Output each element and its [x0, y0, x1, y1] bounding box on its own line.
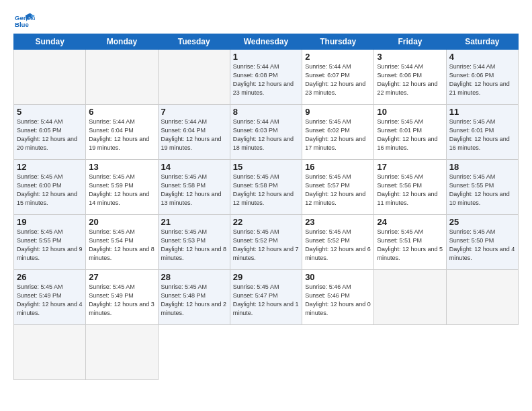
day-number: 19	[17, 217, 83, 227]
calendar-day	[14, 325, 86, 380]
day-number: 9	[305, 107, 371, 117]
calendar-day: 20Sunrise: 5:45 AM Sunset: 5:54 PM Dayli…	[86, 215, 158, 270]
day-number: 28	[161, 272, 227, 282]
page: General Blue SundayMondayTuesdayWednesda…	[0, 0, 532, 411]
day-number: 18	[449, 162, 515, 172]
calendar-day: 2Sunrise: 5:44 AM Sunset: 6:07 PM Daylig…	[302, 50, 374, 105]
calendar-day: 22Sunrise: 5:45 AM Sunset: 5:52 PM Dayli…	[230, 215, 302, 270]
day-info: Sunrise: 5:45 AM Sunset: 5:59 PM Dayligh…	[89, 173, 154, 208]
day-info: Sunrise: 5:44 AM Sunset: 6:08 PM Dayligh…	[233, 62, 299, 97]
calendar-day: 27Sunrise: 5:45 AM Sunset: 5:49 PM Dayli…	[86, 270, 158, 325]
weekday-header-row: SundayMondayTuesdayWednesdayThursdayFrid…	[14, 34, 519, 50]
logo: General Blue	[13, 11, 35, 30]
day-number: 24	[377, 217, 443, 227]
day-info: Sunrise: 5:44 AM Sunset: 6:06 PM Dayligh…	[449, 62, 515, 97]
day-number: 29	[233, 272, 299, 282]
day-info: Sunrise: 5:45 AM Sunset: 5:49 PM Dayligh…	[89, 283, 154, 318]
day-number: 22	[233, 217, 299, 227]
day-number: 4	[449, 52, 515, 62]
calendar-day: 11Sunrise: 5:45 AM Sunset: 6:01 PM Dayli…	[446, 105, 518, 160]
day-info: Sunrise: 5:45 AM Sunset: 5:55 PM Dayligh…	[449, 173, 515, 208]
calendar-day: 30Sunrise: 5:46 AM Sunset: 5:46 PM Dayli…	[302, 270, 374, 325]
day-info: Sunrise: 5:45 AM Sunset: 6:01 PM Dayligh…	[449, 118, 515, 152]
day-number: 2	[305, 52, 371, 62]
day-info: Sunrise: 5:44 AM Sunset: 6:07 PM Dayligh…	[305, 62, 371, 97]
day-number: 12	[17, 162, 83, 172]
day-info: Sunrise: 5:44 AM Sunset: 6:04 PM Dayligh…	[161, 118, 227, 152]
day-info: Sunrise: 5:45 AM Sunset: 5:56 PM Dayligh…	[377, 173, 443, 208]
calendar-day	[86, 50, 158, 105]
calendar-day: 26Sunrise: 5:45 AM Sunset: 5:49 PM Dayli…	[14, 270, 86, 325]
day-info: Sunrise: 5:45 AM Sunset: 5:57 PM Dayligh…	[305, 173, 371, 208]
calendar-day: 14Sunrise: 5:45 AM Sunset: 5:58 PM Dayli…	[158, 160, 230, 215]
day-info: Sunrise: 5:44 AM Sunset: 6:06 PM Dayligh…	[377, 62, 443, 97]
day-info: Sunrise: 5:46 AM Sunset: 5:46 PM Dayligh…	[305, 283, 371, 318]
day-number: 5	[17, 107, 83, 117]
day-number: 15	[233, 162, 299, 172]
day-number: 17	[377, 162, 443, 172]
day-number: 20	[89, 217, 154, 227]
calendar-day: 12Sunrise: 5:45 AM Sunset: 6:00 PM Dayli…	[14, 160, 86, 215]
day-number: 1	[233, 52, 299, 62]
calendar-week-row: 5Sunrise: 5:44 AM Sunset: 6:05 PM Daylig…	[14, 105, 519, 160]
day-info: Sunrise: 5:44 AM Sunset: 6:03 PM Dayligh…	[233, 118, 299, 152]
header: General Blue	[13, 11, 519, 30]
weekday-header-wednesday: Wednesday	[230, 34, 302, 50]
day-number: 3	[377, 52, 443, 62]
calendar-day: 4Sunrise: 5:44 AM Sunset: 6:06 PM Daylig…	[446, 50, 518, 105]
day-info: Sunrise: 5:45 AM Sunset: 5:49 PM Dayligh…	[17, 283, 83, 318]
day-info: Sunrise: 5:45 AM Sunset: 5:47 PM Dayligh…	[233, 283, 299, 318]
calendar-day: 19Sunrise: 5:45 AM Sunset: 5:55 PM Dayli…	[14, 215, 86, 270]
weekday-header-friday: Friday	[374, 34, 446, 50]
calendar-day	[446, 270, 518, 325]
day-info: Sunrise: 5:45 AM Sunset: 5:53 PM Dayligh…	[161, 228, 227, 263]
day-info: Sunrise: 5:45 AM Sunset: 5:51 PM Dayligh…	[377, 228, 443, 263]
calendar-day: 17Sunrise: 5:45 AM Sunset: 5:56 PM Dayli…	[374, 160, 446, 215]
calendar-day: 3Sunrise: 5:44 AM Sunset: 6:06 PM Daylig…	[374, 50, 446, 105]
calendar-day: 24Sunrise: 5:45 AM Sunset: 5:51 PM Dayli…	[374, 215, 446, 270]
day-number: 21	[161, 217, 227, 227]
calendar-day: 8Sunrise: 5:44 AM Sunset: 6:03 PM Daylig…	[230, 105, 302, 160]
calendar-day	[14, 50, 86, 105]
svg-text:Blue: Blue	[15, 21, 29, 28]
day-info: Sunrise: 5:45 AM Sunset: 5:50 PM Dayligh…	[449, 228, 515, 263]
day-number: 10	[377, 107, 443, 117]
calendar-day: 9Sunrise: 5:45 AM Sunset: 6:02 PM Daylig…	[302, 105, 374, 160]
calendar-day: 21Sunrise: 5:45 AM Sunset: 5:53 PM Dayli…	[158, 215, 230, 270]
day-number: 11	[449, 107, 515, 117]
day-number: 26	[17, 272, 83, 282]
weekday-header-thursday: Thursday	[302, 34, 374, 50]
day-number: 6	[89, 107, 154, 117]
calendar-day: 13Sunrise: 5:45 AM Sunset: 5:59 PM Dayli…	[86, 160, 158, 215]
calendar-week-row: 1Sunrise: 5:44 AM Sunset: 6:08 PM Daylig…	[14, 50, 519, 105]
calendar-day: 5Sunrise: 5:44 AM Sunset: 6:05 PM Daylig…	[14, 105, 86, 160]
weekday-header-saturday: Saturday	[446, 34, 518, 50]
logo-icon: General Blue	[13, 11, 35, 30]
day-number: 13	[89, 162, 154, 172]
day-number: 23	[305, 217, 371, 227]
day-number: 27	[89, 272, 154, 282]
day-info: Sunrise: 5:44 AM Sunset: 6:04 PM Dayligh…	[89, 118, 154, 152]
calendar-day: 15Sunrise: 5:45 AM Sunset: 5:58 PM Dayli…	[230, 160, 302, 215]
calendar-day: 10Sunrise: 5:45 AM Sunset: 6:01 PM Dayli…	[374, 105, 446, 160]
calendar-table: SundayMondayTuesdayWednesdayThursdayFrid…	[13, 34, 519, 380]
weekday-header-tuesday: Tuesday	[158, 34, 230, 50]
calendar-day	[86, 325, 158, 380]
day-info: Sunrise: 5:45 AM Sunset: 5:54 PM Dayligh…	[89, 228, 154, 263]
calendar-day: 16Sunrise: 5:45 AM Sunset: 5:57 PM Dayli…	[302, 160, 374, 215]
day-info: Sunrise: 5:45 AM Sunset: 6:01 PM Dayligh…	[377, 118, 443, 152]
day-number: 8	[233, 107, 299, 117]
day-number: 30	[305, 272, 371, 282]
calendar-day: 25Sunrise: 5:45 AM Sunset: 5:50 PM Dayli…	[446, 215, 518, 270]
weekday-header-sunday: Sunday	[14, 34, 86, 50]
calendar-day: 18Sunrise: 5:45 AM Sunset: 5:55 PM Dayli…	[446, 160, 518, 215]
day-info: Sunrise: 5:45 AM Sunset: 5:58 PM Dayligh…	[161, 173, 227, 208]
calendar-day: 29Sunrise: 5:45 AM Sunset: 5:47 PM Dayli…	[230, 270, 302, 325]
day-info: Sunrise: 5:45 AM Sunset: 5:52 PM Dayligh…	[305, 228, 371, 263]
calendar-day: 28Sunrise: 5:45 AM Sunset: 5:48 PM Dayli…	[158, 270, 230, 325]
day-number: 16	[305, 162, 371, 172]
weekday-header-monday: Monday	[86, 34, 158, 50]
day-info: Sunrise: 5:45 AM Sunset: 6:00 PM Dayligh…	[17, 173, 83, 208]
calendar-week-row: 26Sunrise: 5:45 AM Sunset: 5:49 PM Dayli…	[14, 270, 519, 325]
calendar-week-row: 19Sunrise: 5:45 AM Sunset: 5:55 PM Dayli…	[14, 215, 519, 270]
